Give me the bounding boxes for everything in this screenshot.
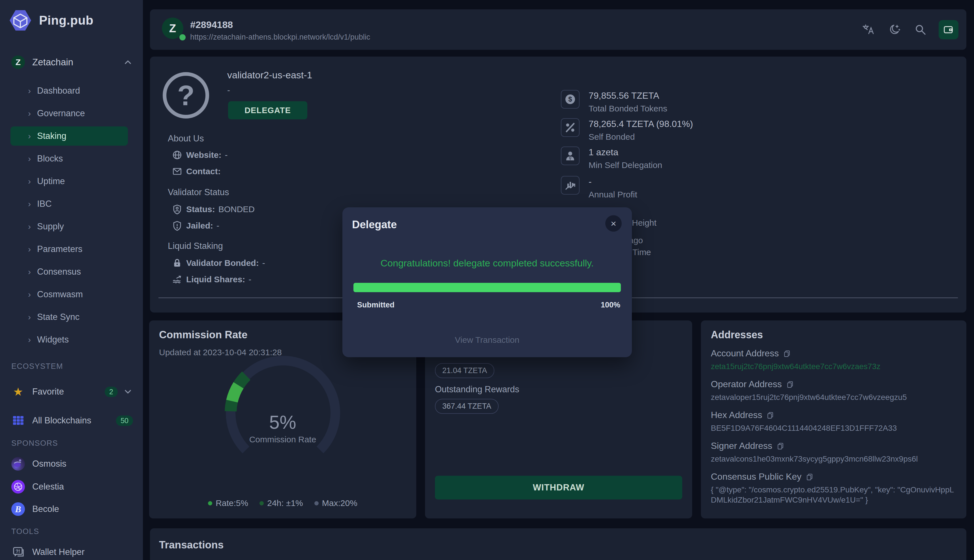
stat-annual-profit: -Annual Profit (561, 176, 637, 200)
withdraw-button[interactable]: WITHDRAW (435, 476, 682, 500)
wallet-button[interactable] (939, 20, 959, 39)
success-message: Congratulations! delegate completed succ… (342, 258, 632, 269)
signer-address-label-row: Signer Address (711, 441, 956, 451)
validator-avatar: ? (163, 72, 209, 118)
sidebar-item-label: IBC (37, 199, 52, 209)
dark-mode-moon-icon[interactable] (887, 22, 902, 38)
stat-value: 78,265.4 TZETA (98.01%) (588, 118, 693, 130)
sidebar-item-label: Blocks (37, 153, 63, 164)
stat-value: - (588, 176, 637, 187)
stat-label: Total Bonded Tokens (588, 103, 667, 114)
sidebar-item-label: Parameters (37, 244, 82, 254)
sidebar-item-parameters[interactable]: ›Parameters (10, 240, 128, 259)
legend-24h[interactable]: 24h: ±1% (259, 498, 303, 508)
stat-label: Min Self Delegation (588, 160, 662, 171)
all-blockchains-label: All Blockchains (32, 415, 116, 426)
website-row: Website: - (172, 150, 227, 160)
search-icon[interactable] (912, 22, 929, 38)
chevron-right-icon: › (28, 154, 31, 163)
progress-status-label: Submitted (357, 301, 394, 309)
contact-label: Contact: (186, 167, 221, 176)
tools-section-label: TOOLS (11, 527, 39, 536)
sidebar-item-supply[interactable]: ›Supply (10, 217, 128, 236)
sidebar-item-favorite[interactable]: ★ Favorite 2 (11, 385, 133, 398)
sidebar-item-becole[interactable]: B Becole (11, 502, 133, 516)
legend-dot (314, 501, 319, 505)
sidebar-item-osmosis[interactable]: Osmosis (11, 457, 133, 471)
zetachain-icon: Z (11, 55, 25, 69)
outstanding-rewards-label: Outstanding Rewards (435, 384, 519, 395)
topbar: Z #2894188 https://zetachain-athens.bloc… (150, 9, 966, 50)
sidebar-item-uptime[interactable]: ›Uptime (10, 172, 128, 191)
gauge-center-label: Commission Rate (149, 435, 416, 444)
sidebar-item-wallet-helper[interactable]: ?! Wallet Helper (11, 545, 133, 559)
legend-dot (208, 501, 212, 505)
status-online-dot (179, 34, 185, 40)
jailed-value: - (217, 221, 219, 230)
website-value[interactable]: - (225, 150, 227, 160)
copy-icon[interactable] (783, 350, 791, 357)
chevron-right-icon: › (28, 290, 31, 299)
validator-bonded-value: - (262, 258, 265, 268)
validator-bonded-row: Validator Bonded: - (172, 258, 265, 268)
commission-card-title: Commission Rate (159, 329, 247, 341)
stat-label: Self Bonded (588, 131, 693, 143)
sidebar-item-staking[interactable]: ›Staking (10, 127, 128, 146)
copy-icon[interactable] (806, 473, 813, 480)
legend-max[interactable]: Max:20% (314, 498, 358, 508)
chevron-right-icon: › (28, 86, 31, 96)
liquid-shares-label: Liquid Shares: (186, 275, 245, 284)
block-height[interactable]: #2894188 (190, 19, 233, 30)
becole-icon: B (11, 502, 25, 516)
delegate-button[interactable]: DELEGATE (228, 101, 307, 119)
status-label: Status: (186, 205, 215, 214)
legend-label: 24h: ±1% (267, 498, 303, 508)
copy-icon[interactable] (767, 412, 774, 419)
wallet-helper-icon: ?! (11, 545, 25, 559)
validator-name: validator2-us-east-1 (227, 70, 312, 81)
sidebar-item-state-sync[interactable]: ›State Sync (10, 307, 128, 327)
copy-icon[interactable] (777, 442, 784, 450)
liquid-shares-icon (172, 274, 182, 285)
copy-icon[interactable] (786, 381, 794, 388)
sidebar: Ping.pub Z Zetachain ›Dashboard ›Governa… (0, 0, 143, 560)
legend-rate[interactable]: Rate:5% (208, 498, 248, 508)
progress-bar (353, 283, 621, 292)
lock-icon (172, 258, 182, 268)
sidebar-item-cosmwasm[interactable]: ›Cosmwasm (10, 285, 128, 304)
chevron-up-icon[interactable] (123, 57, 133, 67)
sponsor-label: Osmosis (32, 459, 133, 469)
validator-bonded-label: Validator Bonded: (186, 258, 259, 268)
sidebar-item-all-blockchains[interactable]: All Blockchains 50 (11, 414, 133, 427)
stat-label: Annual Profit (588, 189, 637, 200)
sidebar-chain-zetachain[interactable]: Z Zetachain (11, 55, 133, 69)
sidebar-item-label: State Sync (37, 312, 80, 322)
sidebar-item-ibc[interactable]: ›IBC (10, 194, 128, 213)
grid-icon (11, 414, 25, 427)
view-transaction-link[interactable]: View Transaction (342, 335, 632, 345)
sidebar-item-label: Supply (37, 222, 64, 232)
sidebar-item-governance[interactable]: ›Governance (10, 104, 128, 123)
jailed-row: Jailed: - (172, 221, 219, 231)
star-icon: ★ (11, 385, 25, 398)
sidebar-item-dashboard[interactable]: ›Dashboard (10, 81, 128, 100)
brand[interactable]: Ping.pub (8, 8, 94, 33)
chevron-right-icon: › (28, 267, 31, 277)
chevron-right-icon: › (28, 312, 31, 322)
translate-icon[interactable] (860, 22, 876, 38)
stat-self-bonded: 78,265.4 TZETA (98.01%)Self Bonded (561, 118, 693, 143)
chevron-right-icon: › (28, 222, 31, 232)
close-icon[interactable]: × (605, 215, 622, 232)
account-address-value[interactable]: zeta15ruj2tc76pnj9xtw64utktee7cc7w6vzaes… (711, 362, 956, 372)
sidebar-item-blocks[interactable]: ›Blocks (10, 149, 128, 168)
stat-value: 79,855.56 TZETA (588, 90, 667, 101)
sidebar-item-widgets[interactable]: ›Widgets (10, 330, 128, 349)
progress-percent: 100% (601, 301, 620, 309)
status-value: BONDED (219, 205, 255, 214)
chevron-right-icon: › (28, 108, 31, 118)
globe-icon (172, 150, 182, 160)
sidebar-item-consensus[interactable]: ›Consensus (10, 262, 128, 282)
sidebar-item-celestia[interactable]: Celestia (11, 480, 133, 493)
addresses-card: Addresses Account Address zeta15ruj2tc76… (701, 320, 966, 518)
chevron-down-icon[interactable] (123, 387, 133, 397)
